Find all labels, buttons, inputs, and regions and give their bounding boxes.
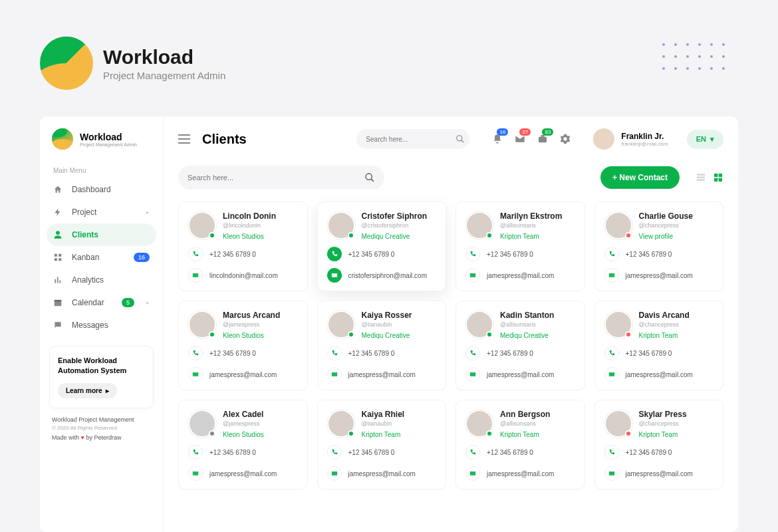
phone-icon[interactable] xyxy=(327,445,342,460)
settings-button[interactable] xyxy=(560,134,571,144)
mail-icon[interactable] xyxy=(465,466,480,481)
client-phone: +12 345 6789 0 xyxy=(626,449,672,456)
client-company[interactable]: Kleon Studios xyxy=(223,332,280,339)
phone-icon[interactable] xyxy=(604,247,619,261)
phone-icon[interactable] xyxy=(188,346,203,360)
client-email: jamespress@mail.com xyxy=(209,371,277,378)
brand-subtitle: Project Management Admin xyxy=(103,70,225,81)
phone-icon[interactable] xyxy=(604,445,619,460)
client-company[interactable]: Kleon Studios xyxy=(223,431,264,438)
sidebar-item-kanban[interactable]: Kanban 16 xyxy=(40,246,163,269)
mail-icon[interactable] xyxy=(604,466,619,481)
client-card[interactable]: Marcus Arcand@jamespressKleon Studios+12… xyxy=(178,301,308,390)
client-card[interactable]: Kadin Stanton@allisonsarisMediqu Creativ… xyxy=(455,301,585,390)
sidebar-item-messages[interactable]: Messages xyxy=(40,314,163,336)
client-card[interactable]: Marilyn Ekstrom@allisonsarisKripton Team… xyxy=(455,201,585,291)
client-phone: +12 345 6789 0 xyxy=(626,350,672,357)
sidebar-item-dashboard[interactable]: Dashboard xyxy=(40,178,163,201)
client-company[interactable]: Kleon Studios xyxy=(223,233,276,240)
mail-icon[interactable] xyxy=(188,367,203,382)
mail-button[interactable]: 27 xyxy=(515,134,525,144)
sidebar-item-analytics[interactable]: Analytics xyxy=(40,269,163,291)
mail-icon[interactable] xyxy=(604,268,619,283)
bell-badge: 16 xyxy=(497,128,508,136)
client-name: Marcus Arcand xyxy=(223,311,280,320)
client-company[interactable]: Kripton Team xyxy=(639,332,690,339)
client-avatar xyxy=(604,311,632,338)
client-name: Skylar Press xyxy=(639,410,687,419)
client-company[interactable]: Mediqu Creative xyxy=(362,233,428,240)
status-dot xyxy=(486,232,493,239)
phone-icon[interactable] xyxy=(327,247,342,261)
client-handle: @lincolndonin xyxy=(223,222,276,229)
client-phone: +12 345 6789 0 xyxy=(209,251,256,258)
client-card[interactable]: Lincoln Donin@lincolndoninKleon Studios+… xyxy=(178,201,308,291)
sidebar-item-calendar[interactable]: Calendar 5 ▸ xyxy=(40,291,163,314)
menu-icon[interactable] xyxy=(178,134,190,144)
client-card[interactable]: Kaiya Rosser@tianaubinMediqu Creative+12… xyxy=(317,301,447,390)
client-card[interactable]: Charlie Gouse@chancepressView profile+12… xyxy=(594,201,724,291)
mail-icon[interactable] xyxy=(188,268,203,283)
user-menu[interactable]: Franklin Jr. franklinjr@mail.com xyxy=(593,128,668,150)
phone-icon[interactable] xyxy=(465,247,480,261)
client-card[interactable]: Kaiya Rhiel@tianaubinKripton Team+12 345… xyxy=(317,400,447,489)
client-card[interactable]: Skylar Press@chancepressKripton Team+12 … xyxy=(594,400,724,489)
mail-icon[interactable] xyxy=(327,268,342,283)
client-handle: @chancepress xyxy=(639,222,693,229)
client-company[interactable]: Mediqu Creative xyxy=(362,332,412,339)
sidebar-item-project[interactable]: Project ▸ xyxy=(40,201,163,223)
mail-icon[interactable] xyxy=(465,268,480,283)
client-avatar xyxy=(327,410,355,438)
client-name: Ann Bergson xyxy=(500,410,550,419)
phone-icon[interactable] xyxy=(327,346,342,360)
phone-icon[interactable] xyxy=(604,346,619,360)
learn-more-label: Learn more xyxy=(66,387,102,394)
sidebar-item-label: Clients xyxy=(72,230,98,239)
svg-point-15 xyxy=(366,174,372,180)
client-company[interactable]: Mediqu Creative xyxy=(500,332,554,339)
mail-icon[interactable] xyxy=(327,367,342,382)
status-dot xyxy=(486,430,493,437)
client-card[interactable]: Cristofer Siphron@cristofersiphronMediqu… xyxy=(317,201,447,291)
client-handle: @allisonsaris xyxy=(500,222,562,229)
list-view-button[interactable] xyxy=(696,172,706,183)
client-company[interactable]: Kripton Team xyxy=(500,431,550,438)
client-company[interactable]: View profile xyxy=(639,233,693,240)
header-search[interactable] xyxy=(356,129,469,149)
learn-more-button[interactable]: Learn more ▸ xyxy=(58,383,117,398)
client-name: Lincoln Donin xyxy=(223,211,276,221)
client-card[interactable]: Davis Arcand@chancepressKripton Team+12 … xyxy=(594,301,724,390)
mail-icon[interactable] xyxy=(188,466,203,481)
client-phone: +12 345 6789 0 xyxy=(487,350,533,357)
chevron-down-icon: ▾ xyxy=(710,135,714,144)
new-contact-button[interactable]: + New Contact xyxy=(600,166,680,189)
client-card[interactable]: Ann Bergson@allisonsarisKripton Team+12 … xyxy=(455,400,585,489)
grid-view-button[interactable] xyxy=(713,172,723,183)
notifications-button[interactable]: 16 xyxy=(492,134,503,144)
grid-icon xyxy=(713,172,723,183)
sidebar-item-clients[interactable]: Clients xyxy=(47,223,156,246)
client-avatar xyxy=(604,410,632,438)
phone-icon[interactable] xyxy=(188,445,203,460)
mail-icon[interactable] xyxy=(604,367,619,382)
clients-search[interactable] xyxy=(178,166,384,190)
phone-icon[interactable] xyxy=(188,247,203,261)
inbox-button[interactable]: 83 xyxy=(537,134,548,144)
mail-icon[interactable] xyxy=(465,367,480,382)
mail-icon[interactable] xyxy=(327,466,342,481)
clients-grid: Lincoln Donin@lincolndoninKleon Studios+… xyxy=(178,201,723,489)
client-company[interactable]: Kripton Team xyxy=(500,233,562,240)
client-avatar xyxy=(604,211,632,239)
chevron-right-icon: ▸ xyxy=(106,387,109,394)
clients-search-input[interactable] xyxy=(188,174,359,182)
language-selector[interactable]: EN ▾ xyxy=(687,130,723,149)
client-company[interactable]: Kripton Team xyxy=(639,431,687,438)
phone-icon[interactable] xyxy=(465,445,480,460)
svg-point-12 xyxy=(457,136,462,141)
status-dot xyxy=(625,232,632,239)
client-card[interactable]: Alex Cadel@jamespressKleon Studios+12 34… xyxy=(178,400,308,489)
header-search-input[interactable] xyxy=(366,136,450,143)
page-title: Clients xyxy=(202,132,247,147)
client-company[interactable]: Kripton Team xyxy=(362,431,405,438)
phone-icon[interactable] xyxy=(465,346,480,360)
